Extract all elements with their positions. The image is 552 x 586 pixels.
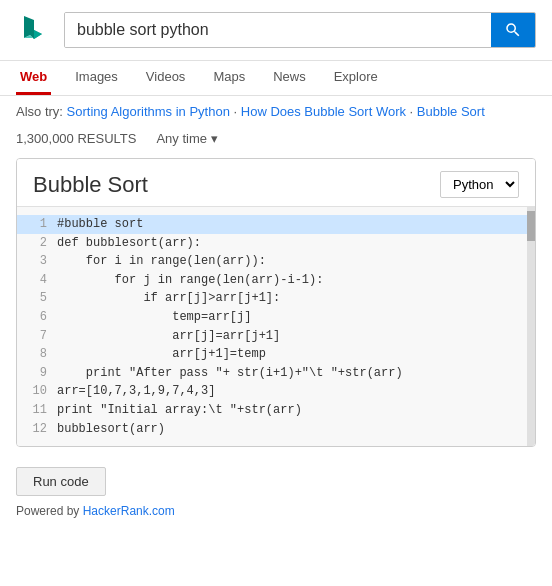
line-code: print "After pass "+ str(i+1)+"\t "+str(… (57, 364, 403, 383)
code-line[interactable]: 11print "Initial array:\t "+str(arr) (17, 401, 535, 420)
line-number: 4 (25, 271, 47, 290)
also-try-link-2[interactable]: How Does Bubble Sort Work (241, 104, 406, 119)
code-line[interactable]: 1#bubble sort (17, 215, 535, 234)
also-try: Also try: Sorting Algorithms in Python ·… (0, 96, 552, 127)
line-number: 2 (25, 234, 47, 253)
also-try-link-1[interactable]: Sorting Algorithms in Python (67, 104, 230, 119)
results-meta: 1,300,000 RESULTS Any time ▾ (0, 127, 552, 154)
code-lines: 1#bubble sort2def bubblesort(arr):3 for … (17, 215, 535, 438)
tab-images[interactable]: Images (71, 61, 122, 95)
code-card: Bubble Sort Python 1#bubble sort2def bub… (16, 158, 536, 447)
code-line[interactable]: 8 arr[j+1]=temp (17, 345, 535, 364)
bing-logo (16, 12, 52, 48)
search-bar: bubble sort python (64, 12, 536, 48)
code-line[interactable]: 3 for i in range(len(arr)): (17, 252, 535, 271)
line-number: 5 (25, 289, 47, 308)
code-line[interactable]: 7 arr[j]=arr[j+1] (17, 327, 535, 346)
line-code: if arr[j]>arr[j+1]: (57, 289, 280, 308)
run-code-button[interactable]: Run code (16, 467, 106, 496)
code-line[interactable]: 12bubblesort(arr) (17, 420, 535, 439)
code-line[interactable]: 5 if arr[j]>arr[j+1]: (17, 289, 535, 308)
chevron-down-icon: ▾ (211, 131, 218, 146)
line-code: arr=[10,7,3,1,9,7,4,3] (57, 382, 215, 401)
any-time-filter[interactable]: Any time ▾ (156, 131, 218, 146)
powered-by-label: Powered by (16, 504, 83, 518)
line-number: 8 (25, 345, 47, 364)
tab-maps[interactable]: Maps (209, 61, 249, 95)
line-number: 7 (25, 327, 47, 346)
tab-news[interactable]: News (269, 61, 310, 95)
line-number: 6 (25, 308, 47, 327)
line-code: #bubble sort (57, 215, 143, 234)
code-line[interactable]: 4 for j in range(len(arr)-i-1): (17, 271, 535, 290)
language-select[interactable]: Python (440, 171, 519, 198)
powered-by: Powered by HackerRank.com (0, 500, 552, 530)
code-line[interactable]: 9 print "After pass "+ str(i+1)+"\t "+st… (17, 364, 535, 383)
line-code: print "Initial array:\t "+str(arr) (57, 401, 302, 420)
code-card-header: Bubble Sort Python (17, 159, 535, 206)
code-line[interactable]: 10arr=[10,7,3,1,9,7,4,3] (17, 382, 535, 401)
line-code: def bubblesort(arr): (57, 234, 201, 253)
code-scrollbar-thumb[interactable] (527, 211, 535, 241)
line-code: for j in range(len(arr)-i-1): (57, 271, 323, 290)
nav-tabs: Web Images Videos Maps News Explore (0, 61, 552, 96)
also-try-label: Also try: (16, 104, 63, 119)
results-count: 1,300,000 RESULTS (16, 131, 136, 146)
code-card-title: Bubble Sort (33, 172, 148, 198)
tab-web[interactable]: Web (16, 61, 51, 95)
also-try-link-3[interactable]: Bubble Sort (417, 104, 485, 119)
hackerrank-link[interactable]: HackerRank.com (83, 504, 175, 518)
code-scrollbar[interactable] (527, 207, 535, 446)
line-number: 10 (25, 382, 47, 401)
line-code: bubblesort(arr) (57, 420, 165, 439)
search-input[interactable]: bubble sort python (65, 13, 491, 47)
line-number: 12 (25, 420, 47, 439)
line-code: arr[j+1]=temp (57, 345, 266, 364)
line-code: arr[j]=arr[j+1] (57, 327, 280, 346)
code-line[interactable]: 6 temp=arr[j] (17, 308, 535, 327)
any-time-label: Any time (156, 131, 207, 146)
header: bubble sort python (0, 0, 552, 61)
code-line[interactable]: 2def bubblesort(arr): (17, 234, 535, 253)
search-icon (504, 21, 522, 39)
line-code: temp=arr[j] (57, 308, 251, 327)
tab-videos[interactable]: Videos (142, 61, 190, 95)
line-code: for i in range(len(arr)): (57, 252, 266, 271)
tab-explore[interactable]: Explore (330, 61, 382, 95)
code-area[interactable]: 1#bubble sort2def bubblesort(arr):3 for … (17, 206, 535, 446)
line-number: 11 (25, 401, 47, 420)
line-number: 3 (25, 252, 47, 271)
line-number: 1 (25, 215, 47, 234)
search-button[interactable] (491, 13, 535, 47)
line-number: 9 (25, 364, 47, 383)
